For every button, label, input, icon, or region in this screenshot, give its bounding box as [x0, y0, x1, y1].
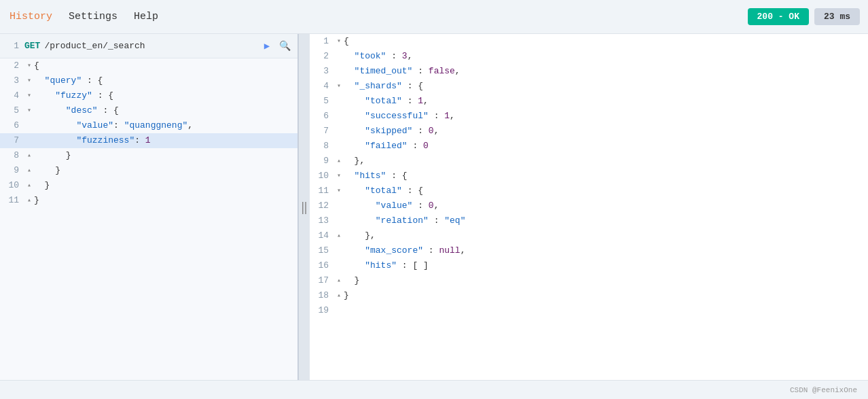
nav-settings[interactable]: Settings — [67, 8, 119, 25]
line-num: 8 — [310, 139, 334, 154]
line-num: 13 — [310, 213, 334, 228]
line-num: 10 — [310, 169, 334, 184]
line-num: 11 — [0, 193, 24, 208]
fold-arrow[interactable]: ▾ — [24, 88, 34, 103]
right-code-area: 1 ▾ { 2 "took" : 3, 3 "timed_out" : fals… — [310, 34, 868, 380]
code-line-10: 10 ▴ } — [0, 178, 297, 193]
nav-history[interactable]: History — [8, 8, 54, 25]
code-content: "hits" : { — [344, 169, 868, 184]
line-num: 3 — [0, 73, 24, 88]
code-content: "_shards" : { — [344, 79, 868, 94]
code-content: "max_score" : null, — [344, 243, 868, 258]
response-line-11: 11 ▾ "total" : { — [310, 184, 868, 198]
code-content: "total" : { — [344, 184, 868, 198]
fold-arrow[interactable]: ▴ — [24, 163, 34, 178]
code-content: "took" : 3, — [344, 49, 868, 64]
panel-divider[interactable]: ‖ — [299, 34, 310, 380]
fold-arrow[interactable]: ▴ — [334, 273, 344, 288]
line-num: 7 — [310, 124, 334, 139]
fold-arrow[interactable]: ▾ — [334, 184, 344, 198]
line-num: 9 — [310, 154, 334, 169]
http-method: GET — [24, 41, 40, 51]
code-content: "query" : { — [34, 73, 297, 88]
response-line-8: 8 "failed" : 0 — [310, 139, 868, 154]
line-num: 19 — [310, 303, 334, 318]
code-content: "relation" : "eq" — [344, 213, 868, 228]
response-line-7: 7 "skipped" : 0, — [310, 124, 868, 139]
code-content: }, — [344, 154, 868, 169]
code-line-2: 2 ▾ { — [0, 58, 297, 73]
line-num: 9 — [0, 163, 24, 178]
line-num: 10 — [0, 178, 24, 193]
line-num: 16 — [310, 258, 334, 273]
line-num: 8 — [0, 148, 24, 163]
response-line-2: 2 "took" : 3, — [310, 49, 868, 64]
response-line-15: 15 "max_score" : null, — [310, 243, 868, 258]
code-line-9: 9 ▴ } — [0, 163, 297, 178]
code-content: } — [344, 273, 868, 288]
fold-arrow[interactable]: ▴ — [334, 154, 344, 169]
line-num: 6 — [0, 118, 24, 133]
top-navigation: History Settings Help 200 - OK 23 ms — [0, 0, 868, 34]
code-content: { — [34, 58, 297, 73]
line-num: 5 — [310, 94, 334, 109]
code-content: "value": "quanggneng", — [34, 118, 297, 133]
code-content: } — [34, 193, 297, 208]
code-line-3: 3 ▾ "query" : { — [0, 73, 297, 88]
line-num: 4 — [310, 79, 334, 94]
line-num: 2 — [0, 58, 24, 73]
response-line-10: 10 ▾ "hits" : { — [310, 169, 868, 184]
response-line-9: 9 ▴ }, — [310, 154, 868, 169]
response-line-1: 1 ▾ { — [310, 34, 868, 49]
code-content: "failed" : 0 — [344, 139, 868, 154]
status-ok-badge: 200 - OK — [748, 8, 809, 25]
fold-arrow[interactable]: ▾ — [334, 79, 344, 94]
code-line-4: 4 ▾ "fuzzy" : { — [0, 88, 297, 103]
code-content: }, — [344, 228, 868, 243]
code-content: "desc" : { — [34, 103, 297, 118]
fold-arrow[interactable]: ▾ — [24, 103, 34, 118]
line-num: 6 — [310, 109, 334, 124]
code-content: } — [34, 178, 297, 193]
code-line-8: 8 ▴ } — [0, 148, 297, 163]
line-num: 2 — [310, 49, 334, 64]
fold-arrow[interactable]: ▴ — [24, 193, 34, 208]
fold-arrow[interactable]: ▴ — [24, 148, 34, 163]
response-line-16: 16 "hits" : [ ] — [310, 258, 868, 273]
fold-arrow[interactable]: ▴ — [24, 178, 34, 193]
fold-arrow[interactable]: ▾ — [334, 169, 344, 184]
code-content: } — [34, 148, 297, 163]
response-line-3: 3 "timed_out" : false, — [310, 64, 868, 79]
response-line-13: 13 "relation" : "eq" — [310, 213, 868, 228]
fold-arrow[interactable]: ▾ — [24, 73, 34, 88]
code-content: { — [344, 34, 868, 49]
line-num: 7 — [0, 133, 24, 148]
code-content: } — [344, 288, 868, 303]
main-content: 1 GET /product_en/_search ▶ 🔍 2 ▾ { 3 ▾ … — [0, 34, 868, 380]
code-line-6: 6 "value": "quanggneng", — [0, 118, 297, 133]
status-time-badge: 23 ms — [814, 8, 860, 25]
footer: CSDN @FeenixOne — [0, 380, 868, 399]
fold-arrow[interactable]: ▴ — [334, 288, 344, 303]
response-line-12: 12 "value" : 0, — [310, 198, 868, 213]
fold-arrow[interactable]: ▾ — [334, 34, 344, 49]
nav-help[interactable]: Help — [132, 8, 160, 25]
line-num-1: 1 — [0, 41, 24, 51]
line-num: 4 — [0, 88, 24, 103]
code-content: "successful" : 1, — [344, 109, 868, 124]
fold-arrow[interactable]: ▾ — [24, 58, 34, 73]
search-icon[interactable]: 🔍 — [277, 39, 292, 54]
code-line-7: 7 "fuzziness": 1 — [0, 133, 297, 148]
code-content: "total" : 1, — [344, 94, 868, 109]
left-code-area: 2 ▾ { 3 ▾ "query" : { 4 ▾ "fuzzy" : { 5 … — [0, 58, 297, 380]
line-num: 3 — [310, 64, 334, 79]
line-num: 5 — [0, 103, 24, 118]
code-line-5: 5 ▾ "desc" : { — [0, 103, 297, 118]
response-line-18: 18 ▴ } — [310, 288, 868, 303]
line-num: 11 — [310, 184, 334, 198]
response-line-19: 19 — [310, 303, 868, 318]
fold-arrow[interactable]: ▴ — [334, 228, 344, 243]
response-line-6: 6 "successful" : 1, — [310, 109, 868, 124]
left-editor-panel: 1 GET /product_en/_search ▶ 🔍 2 ▾ { 3 ▾ … — [0, 34, 299, 380]
run-icon[interactable]: ▶ — [259, 39, 274, 54]
